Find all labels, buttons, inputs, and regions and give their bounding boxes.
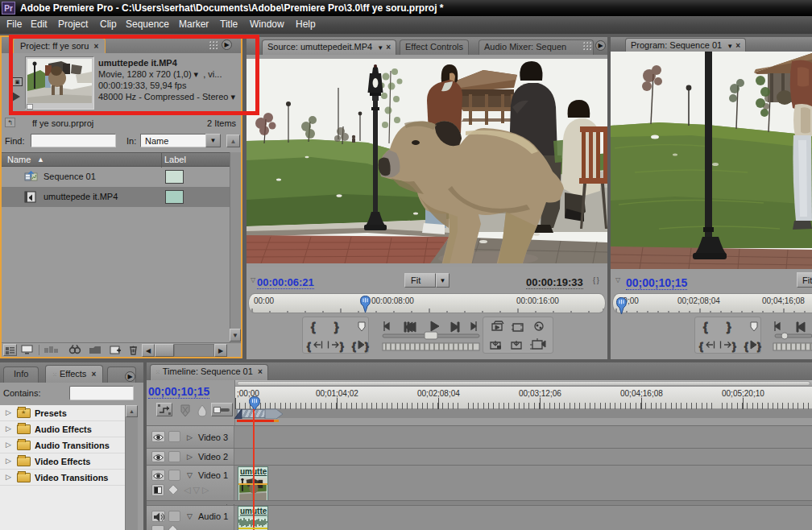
- svg-text:{: {: [352, 341, 356, 352]
- svg-text:}: }: [727, 321, 731, 333]
- svg-text:{: {: [744, 341, 748, 352]
- svg-text:}: }: [334, 321, 339, 333]
- svg-text:}: }: [757, 341, 761, 352]
- svg-text:{: {: [699, 341, 703, 352]
- svg-text:}: }: [732, 341, 736, 352]
- svg-text:}: }: [340, 341, 344, 352]
- svg-text:{: {: [311, 321, 316, 333]
- svg-text:{: {: [703, 321, 708, 333]
- svg-text:}: }: [365, 341, 369, 352]
- svg-text:{: {: [307, 341, 311, 352]
